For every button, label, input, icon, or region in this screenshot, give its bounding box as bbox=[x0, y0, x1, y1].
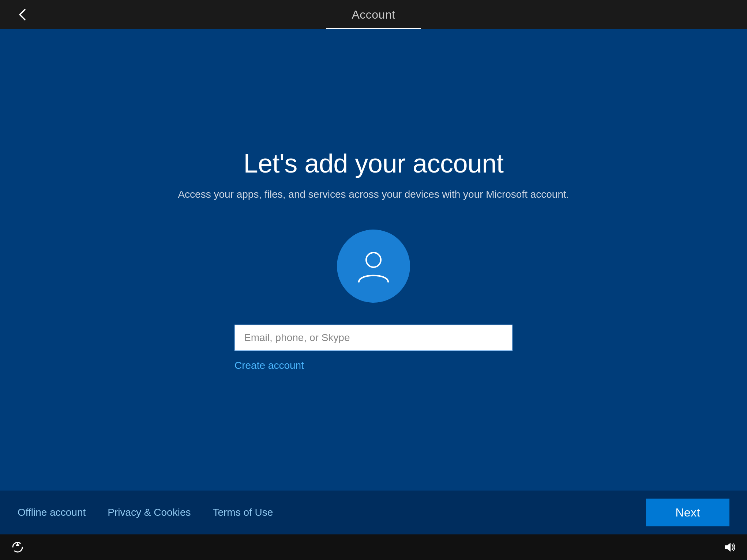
offline-account-link[interactable]: Offline account bbox=[18, 507, 86, 518]
avatar-icon bbox=[337, 230, 410, 303]
email-input[interactable] bbox=[234, 325, 513, 351]
volume-icon bbox=[721, 538, 738, 556]
taskbar-left bbox=[9, 538, 26, 556]
top-bar: Account bbox=[0, 0, 747, 29]
svg-marker-3 bbox=[725, 543, 731, 552]
bottom-links: Offline account Privacy & Cookies Terms … bbox=[18, 507, 646, 518]
page-heading: Let's add your account bbox=[243, 148, 503, 178]
create-account-link[interactable]: Create account bbox=[234, 360, 513, 371]
privacy-cookies-link[interactable]: Privacy & Cookies bbox=[108, 507, 191, 518]
main-content: Let's add your account Access your apps,… bbox=[0, 29, 747, 491]
loading-icon bbox=[9, 538, 26, 556]
taskbar-right bbox=[721, 538, 738, 556]
svg-marker-2 bbox=[16, 543, 19, 546]
back-button[interactable] bbox=[12, 4, 34, 26]
page-subheading: Access your apps, files, and services ac… bbox=[178, 189, 569, 200]
bottom-bar: Offline account Privacy & Cookies Terms … bbox=[0, 491, 747, 534]
header-account-label: Account bbox=[352, 8, 395, 22]
terms-of-use-link[interactable]: Terms of Use bbox=[213, 507, 273, 518]
taskbar bbox=[0, 534, 747, 560]
next-button[interactable]: Next bbox=[646, 499, 729, 526]
svg-point-0 bbox=[366, 253, 381, 267]
